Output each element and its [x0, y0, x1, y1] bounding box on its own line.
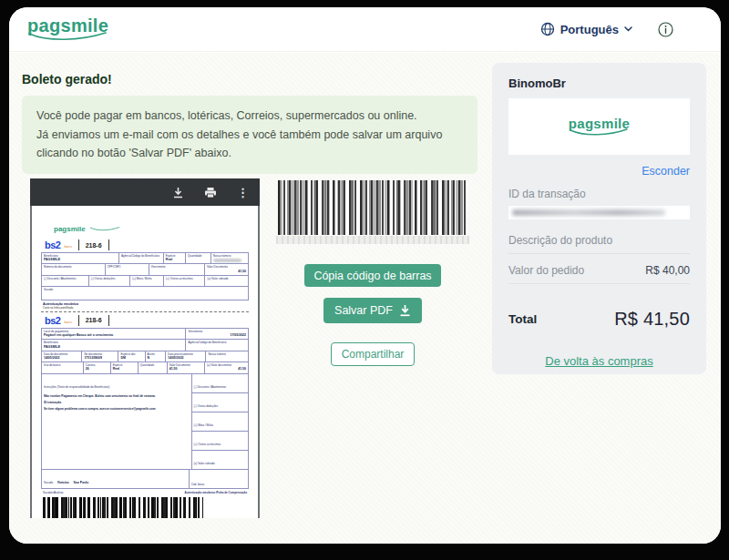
- total-label: Total: [508, 312, 537, 326]
- boleto-bank-row-2: bs2 banco 218-6: [45, 315, 249, 326]
- boleto-table-1: BeneficiárioPAGSMILE Agência/Código do B…: [41, 252, 249, 300]
- bank-code: 218-6: [86, 242, 102, 249]
- more-options-icon[interactable]: ⋮: [237, 187, 249, 199]
- pdf-viewer[interactable]: ⋮ pagsmile bs2 banco 218-6: [30, 178, 260, 518]
- divider: [508, 253, 690, 254]
- save-pdf-button[interactable]: Salvar PDF: [323, 298, 422, 323]
- order-value-label: Valor do pedido: [508, 264, 584, 277]
- boleto-table-2: Local de pagamentoPagável em qualquer Ba…: [41, 328, 249, 489]
- merchant-logo-box: pagsmile: [508, 98, 690, 155]
- divider: [508, 283, 690, 284]
- order-value-row: Valor do pedido R$ 40,00: [508, 264, 690, 277]
- transaction-id-value: [508, 206, 690, 219]
- boleto-amount-column: (-) Desconto / Abatimentos (-) Outras de…: [192, 374, 248, 469]
- total-value: R$ 41,50: [614, 309, 690, 330]
- header: pagsmile Português: [9, 7, 721, 52]
- page-content: Boleto gerado! Você pode pagar em bancos…: [9, 53, 721, 544]
- language-selector[interactable]: Português: [540, 22, 632, 36]
- share-button[interactable]: Compartilhar: [331, 342, 416, 366]
- copy-barcode-button[interactable]: Cópia código de barras: [304, 264, 440, 287]
- cut-line: [41, 311, 249, 312]
- boleto-document: pagsmile bs2 banco 218-6: [32, 206, 258, 518]
- divider: [78, 315, 79, 326]
- barcode-image: [278, 180, 467, 235]
- divider: [108, 239, 109, 250]
- pagsmile-logo-small: pagsmile: [569, 117, 630, 137]
- pagsmile-logo: pagsmile: [27, 16, 108, 42]
- boleto-logo-swoosh: [89, 227, 120, 231]
- globe-icon: [540, 22, 555, 36]
- divider: [78, 239, 79, 250]
- redacted-value: [213, 259, 241, 262]
- bs2-sub: banco: [64, 245, 71, 249]
- boleto-logo-text: pagsmile: [54, 225, 86, 233]
- transaction-id-label: ID da transação: [508, 188, 690, 200]
- barcode-actions-column: Cópia código de barras Salvar PDF Compar…: [276, 180, 469, 366]
- boleto-bank-row: bs2 banco 218-6: [45, 239, 249, 250]
- screen-background: pagsmile Português: [0, 0, 729, 560]
- info-icon: [658, 22, 673, 37]
- pagsmile-logo-text: pagsmile: [27, 15, 108, 36]
- header-actions: Português: [540, 7, 673, 51]
- bank-code: 218-6: [86, 317, 102, 323]
- chevron-down-icon: [624, 26, 632, 32]
- info-banner-line2: Já enviamos um e-mail com os detalhes e …: [36, 127, 463, 162]
- boleto-cut-label: Corte na linha pontilhada: [43, 306, 249, 310]
- back-to-shopping-link[interactable]: De volta às compras: [508, 354, 690, 368]
- order-summary-panel: BinomoBr pagsmile Esconder ID da transaç…: [492, 63, 706, 374]
- redacted-value: [512, 209, 665, 216]
- boleto-footer-row: Sacador/Avalista Autenticação mecânica /…: [41, 491, 249, 494]
- total-row: Total R$ 41,50: [508, 309, 690, 330]
- bs2-sub: banco: [64, 321, 71, 324]
- page-title: Boleto gerado!: [22, 72, 112, 87]
- payment-page-card: pagsmile Português: [9, 7, 721, 544]
- barcode-reflection: [276, 236, 469, 244]
- print-icon[interactable]: [204, 187, 217, 199]
- bs2-logo: bs2: [45, 315, 60, 326]
- boleto-instructions: Instruções (Texto de responsabilidade do…: [42, 374, 192, 469]
- merchant-name: BinomoBr: [508, 76, 690, 90]
- hide-link[interactable]: Esconder: [508, 165, 690, 178]
- divider: [108, 315, 109, 326]
- language-label: Português: [560, 23, 619, 36]
- save-pdf-label: Salvar PDF: [334, 304, 393, 317]
- download-icon: [399, 304, 411, 317]
- product-description-label: Descrição do produto: [508, 234, 690, 247]
- info-button[interactable]: [658, 22, 673, 37]
- boleto-pagsmile-logo: pagsmile: [54, 219, 120, 235]
- download-icon[interactable]: [172, 187, 184, 199]
- boleto-barcode: [43, 497, 203, 518]
- info-banner: Você pode pagar em bancos, lotéricas, Co…: [22, 96, 477, 174]
- boleto-payer: Sacado Vinicius Sao Paulo: [42, 470, 190, 488]
- bs2-logo: bs2: [45, 239, 60, 250]
- pdf-toolbar: ⋮: [30, 178, 260, 206]
- order-value: R$ 40,00: [645, 264, 690, 277]
- info-banner-line1: Você pode pagar em bancos, lotéricas, Co…: [36, 107, 463, 125]
